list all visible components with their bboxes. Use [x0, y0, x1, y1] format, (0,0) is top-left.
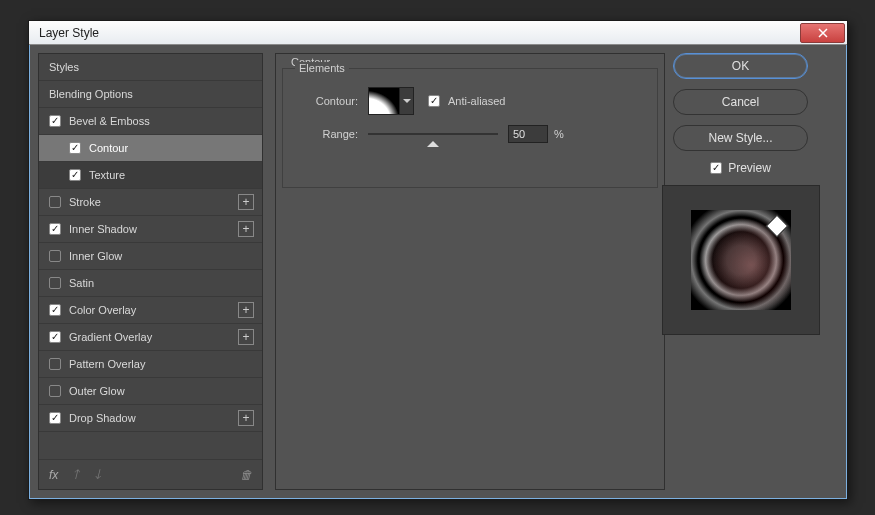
sidebar-item-inner-shadow[interactable]: Inner Shadow+	[39, 216, 262, 243]
add-icon[interactable]: +	[238, 329, 254, 345]
label: Texture	[89, 169, 125, 181]
checkbox[interactable]	[49, 277, 61, 289]
contour-label: Contour:	[303, 95, 358, 107]
range-label: Range:	[303, 128, 358, 140]
sidebar-item-texture[interactable]: Texture	[39, 162, 262, 189]
label: Satin	[69, 277, 94, 289]
label: Contour	[89, 142, 128, 154]
add-icon[interactable]: +	[238, 410, 254, 426]
checkbox[interactable]	[49, 223, 61, 235]
close-button[interactable]	[800, 23, 845, 43]
sidebar-item-blending-options[interactable]: Blending Options	[39, 81, 262, 108]
checkbox[interactable]	[69, 142, 81, 154]
checkbox[interactable]	[49, 358, 61, 370]
label: Inner Shadow	[69, 223, 137, 235]
preview-image	[691, 210, 791, 310]
preview-box	[662, 185, 820, 335]
range-row: Range: 50 %	[303, 125, 564, 143]
label: Drop Shadow	[69, 412, 136, 424]
checkbox[interactable]	[49, 115, 61, 127]
label: Gradient Overlay	[69, 331, 152, 343]
range-input[interactable]: 50	[508, 125, 548, 143]
sidebar-item-contour[interactable]: Contour	[39, 135, 262, 162]
titlebar[interactable]: Layer Style	[29, 21, 847, 45]
label: Bevel & Emboss	[69, 115, 150, 127]
slider-thumb[interactable]	[427, 135, 439, 147]
preview-label: Preview	[728, 161, 771, 175]
cancel-button[interactable]: Cancel	[673, 89, 808, 115]
sidebar-item-color-overlay[interactable]: Color Overlay+	[39, 297, 262, 324]
add-icon[interactable]: +	[238, 194, 254, 210]
label: Stroke	[69, 196, 101, 208]
label: Styles	[49, 61, 79, 73]
dialog-body: Styles Blending Options Bevel & Emboss C…	[29, 45, 847, 499]
checkbox[interactable]	[49, 331, 61, 343]
move-down-icon[interactable]: 🡓	[92, 468, 104, 482]
elements-fieldset: Elements Contour: Anti-aliased Range:	[282, 68, 658, 188]
new-style-button[interactable]: New Style...	[673, 125, 808, 151]
sidebar-item-satin[interactable]: Satin	[39, 270, 262, 297]
trash-icon[interactable]: 🗑	[240, 468, 252, 482]
fieldset-title: Elements	[295, 62, 349, 74]
contour-dropdown[interactable]	[400, 87, 414, 115]
move-up-icon[interactable]: 🡑	[70, 468, 82, 482]
checkbox[interactable]	[49, 304, 61, 316]
label: Blending Options	[49, 88, 133, 100]
sidebar-item-gradient-overlay[interactable]: Gradient Overlay+	[39, 324, 262, 351]
sidebar-item-pattern-overlay[interactable]: Pattern Overlay	[39, 351, 262, 378]
close-icon	[818, 28, 828, 38]
sidebar-item-outer-glow[interactable]: Outer Glow	[39, 378, 262, 405]
add-icon[interactable]: +	[238, 221, 254, 237]
label: Outer Glow	[69, 385, 125, 397]
checkbox[interactable]	[49, 412, 61, 424]
sidebar-item-styles[interactable]: Styles	[39, 54, 262, 81]
antialiased-checkbox[interactable]	[428, 95, 440, 107]
contour-row: Contour: Anti-aliased	[303, 87, 505, 115]
label: Color Overlay	[69, 304, 136, 316]
label: Inner Glow	[69, 250, 122, 262]
label: Pattern Overlay	[69, 358, 145, 370]
contour-picker[interactable]	[368, 87, 400, 115]
sidebar-item-drop-shadow[interactable]: Drop Shadow+	[39, 405, 262, 432]
effects-sidebar: Styles Blending Options Bevel & Emboss C…	[38, 53, 263, 490]
checkbox[interactable]	[49, 250, 61, 262]
antialiased-label: Anti-aliased	[448, 95, 505, 107]
checkbox[interactable]	[49, 196, 61, 208]
range-unit: %	[554, 128, 564, 140]
sidebar-item-bevel-emboss[interactable]: Bevel & Emboss	[39, 108, 262, 135]
sidebar-footer: fx 🡑 🡓 🗑	[39, 459, 262, 489]
checkbox[interactable]	[49, 385, 61, 397]
sidebar-item-inner-glow[interactable]: Inner Glow	[39, 243, 262, 270]
window-title: Layer Style	[39, 26, 99, 40]
sidebar-item-stroke[interactable]: Stroke+	[39, 189, 262, 216]
add-icon[interactable]: +	[238, 302, 254, 318]
antialiased-control: Anti-aliased	[428, 95, 505, 107]
layer-style-dialog: Layer Style Styles Blending Options Beve…	[28, 20, 848, 500]
right-column: OK Cancel New Style... Preview	[643, 53, 838, 335]
ok-button[interactable]: OK	[673, 53, 808, 79]
range-slider[interactable]	[368, 127, 498, 141]
fx-menu[interactable]: fx	[49, 468, 58, 482]
settings-panel: Contour Elements Contour: Anti-aliased R…	[275, 53, 665, 490]
preview-checkbox[interactable]	[710, 162, 722, 174]
checkbox[interactable]	[69, 169, 81, 181]
preview-toggle: Preview	[643, 161, 838, 175]
